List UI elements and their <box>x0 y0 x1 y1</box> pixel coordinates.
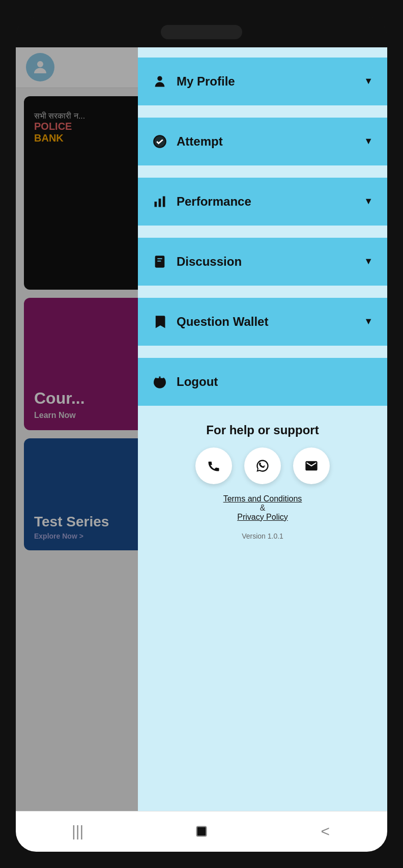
chevron-down-icon-performance: ▼ <box>364 196 373 207</box>
email-button[interactable] <box>293 447 330 484</box>
svg-point-1 <box>157 76 162 80</box>
menu-label-question-wallet: Question Wallet <box>177 315 268 329</box>
menu-label-attempt: Attempt <box>177 134 223 149</box>
spacer-3 <box>138 167 387 178</box>
menu-section-my-profile: My Profile ▼ <box>138 58 387 105</box>
menu-item-performance[interactable]: Performance ▼ <box>138 178 387 226</box>
chevron-down-icon-attempt: ▼ <box>364 136 373 147</box>
notch <box>161 25 242 39</box>
spacer-5 <box>138 288 387 298</box>
svg-rect-10 <box>197 827 207 836</box>
home-nav-button[interactable] <box>181 819 222 844</box>
logout-label: Logout <box>177 375 218 389</box>
screen: सभी सरकारी न... POLICE BANK Cour... Lear… <box>16 47 387 811</box>
spacer-2 <box>138 107 387 118</box>
svg-rect-6 <box>163 196 165 207</box>
privacy-policy-link[interactable]: Privacy Policy <box>237 513 288 521</box>
logout-button[interactable]: Logout <box>138 358 387 406</box>
phone-button[interactable] <box>195 447 232 484</box>
menu-label-discussion: Discussion <box>177 255 242 269</box>
side-drawer: My Profile ▼ <box>138 47 387 811</box>
version-text: Version 1.0.1 <box>242 532 283 540</box>
svg-rect-5 <box>159 199 161 207</box>
help-title: For help or support <box>206 423 319 437</box>
menu-item-question-wallet[interactable]: Question Wallet ▼ <box>138 298 387 346</box>
check-circle-icon <box>152 134 167 149</box>
menu-label-performance: Performance <box>177 194 251 209</box>
chevron-down-icon: ▼ <box>364 76 373 87</box>
menu-item-my-profile[interactable]: My Profile ▼ <box>138 58 387 105</box>
chevron-down-icon-wallet: ▼ <box>364 316 373 327</box>
terms-section: Terms and Conditions & Privacy Policy <box>223 494 302 522</box>
menu-label-my-profile: My Profile <box>177 74 235 89</box>
whatsapp-button[interactable] <box>244 447 281 484</box>
bookmark-icon <box>152 254 167 269</box>
back-nav-button[interactable]: < <box>305 819 346 844</box>
help-section: For help or support <box>138 408 387 811</box>
menu-section-attempt: Attempt ▼ <box>138 118 387 165</box>
menu-section-performance: Performance ▼ <box>138 178 387 226</box>
phone-frame: सभी सरकारी न... POLICE BANK Cour... Lear… <box>16 17 387 852</box>
menu-section-question-wallet: Question Wallet ▼ <box>138 298 387 346</box>
spacer-1 <box>138 47 387 58</box>
menu-item-attempt[interactable]: Attempt ▼ <box>138 118 387 165</box>
terms-amp: & <box>260 503 266 512</box>
chevron-down-icon-discussion: ▼ <box>364 256 373 267</box>
terms-link[interactable]: Terms and Conditions <box>223 494 302 503</box>
bottom-nav: ||| < <box>16 811 387 852</box>
logout-section: Logout <box>138 358 387 406</box>
power-icon <box>152 374 167 389</box>
svg-rect-7 <box>155 256 165 267</box>
menu-section-discussion: Discussion ▼ <box>138 238 387 286</box>
spacer-6 <box>138 348 387 358</box>
help-icons-row <box>195 447 330 484</box>
bookmark-outline-icon <box>152 314 167 329</box>
status-bar <box>16 17 387 47</box>
bar-chart-icon <box>152 194 167 209</box>
spacer-4 <box>138 228 387 238</box>
person-icon <box>152 74 167 89</box>
svg-rect-4 <box>155 202 157 207</box>
menu-item-discussion[interactable]: Discussion ▼ <box>138 238 387 286</box>
menu-nav-button[interactable]: ||| <box>57 819 98 844</box>
